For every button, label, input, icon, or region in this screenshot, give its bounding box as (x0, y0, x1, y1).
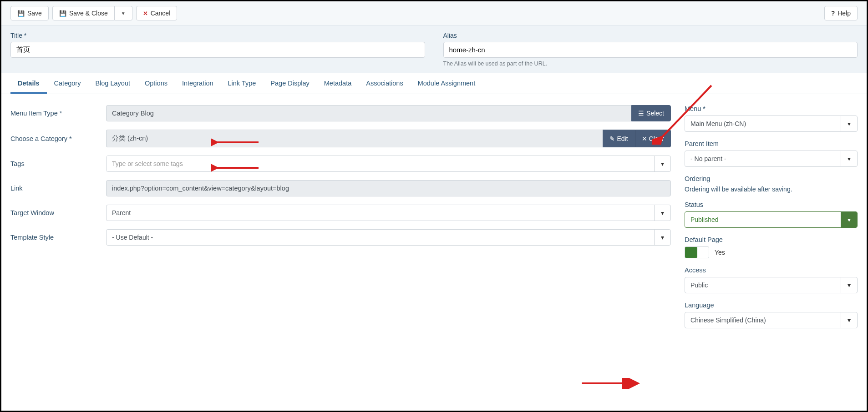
form-header: Title * Alias The Alias will be used as … (1, 25, 867, 73)
alias-label: Alias (443, 32, 858, 39)
title-label: Title * (10, 32, 425, 39)
clear-category-button[interactable]: ✕ Clear (635, 130, 671, 147)
tab-page-display[interactable]: Page Display (263, 74, 316, 94)
tags-label: Tags (10, 160, 106, 167)
chevron-down-icon: ▾ (654, 156, 670, 171)
tab-category[interactable]: Category (47, 74, 88, 94)
chevron-down-icon: ▾ (841, 116, 857, 131)
chevron-down-icon: ▾ (841, 277, 857, 293)
choose-category-value: 分类 (zh-cn) (106, 130, 603, 147)
access-select[interactable]: Public ▾ (685, 277, 858, 293)
target-window-select[interactable]: Parent ▾ (106, 205, 671, 221)
tags-select[interactable]: Type or select some tags ▾ (106, 156, 671, 172)
list-icon: ☰ (638, 110, 644, 117)
tags-row: Tags Type or select some tags ▾ (10, 156, 671, 172)
menu-item-type-label: Menu Item Type * (10, 110, 106, 117)
edit-icon: ✎ (609, 135, 615, 142)
save-close-label: Save & Close (69, 10, 108, 17)
ordering-label: Ordering (685, 175, 858, 182)
access-label: Access (685, 266, 858, 274)
help-button[interactable]: ? Help (824, 6, 858, 20)
alias-col: Alias The Alias will be used as part of … (443, 32, 858, 67)
target-window-row: Target Window Parent ▾ (10, 205, 671, 221)
select-label: Select (646, 110, 664, 117)
cancel-label: Cancel (151, 10, 171, 17)
cancel-icon: ✕ (143, 10, 148, 17)
tabs: Details Category Blog Layout Options Int… (1, 74, 867, 94)
menu-item-type-value: Category Blog (106, 105, 631, 121)
tab-integration[interactable]: Integration (175, 74, 221, 94)
tags-placeholder: Type or select some tags (107, 156, 654, 171)
access-value: Public (685, 277, 841, 293)
template-style-row: Template Style - Use Default - ▾ (10, 229, 671, 246)
menu-label: Menu * (685, 105, 858, 112)
save-label: Save (27, 10, 42, 17)
access-field: Access Public ▾ (685, 266, 858, 293)
chevron-down-icon: ▾ (841, 151, 857, 166)
menu-field: Menu * Main Menu (zh-CN) ▾ (685, 105, 858, 132)
annotation-arrow (579, 378, 643, 389)
choose-category-row: Choose a Category * 分类 (zh-cn) ✎ Edit ✕ … (10, 130, 671, 147)
save-close-group: 💾 Save & Close ▼ (52, 6, 132, 20)
chevron-down-icon: ▾ (841, 312, 857, 328)
status-label: Status (685, 201, 858, 208)
chevron-down-icon: ▾ (654, 205, 670, 221)
save-button[interactable]: 💾 Save (10, 6, 49, 20)
tab-blog-layout[interactable]: Blog Layout (88, 74, 137, 94)
link-row: Link index.php?option=com_content&view=c… (10, 180, 671, 196)
details-right-column: Menu * Main Menu (zh-CN) ▾ Parent Item -… (685, 105, 858, 337)
language-label: Language (685, 301, 858, 309)
parent-item-value: - No parent - (685, 151, 841, 166)
menu-item-type-row: Menu Item Type * Category Blog ☰ Select (10, 105, 671, 121)
menu-select[interactable]: Main Menu (zh-CN) ▾ (685, 116, 858, 132)
link-value: index.php?option=com_content&view=catego… (106, 180, 671, 196)
menu-value: Main Menu (zh-CN) (685, 116, 841, 131)
ordering-text: Ordering will be available after saving. (685, 186, 858, 193)
toggle-knob (685, 247, 697, 258)
language-value: Chinese Simplified (China) (685, 312, 841, 328)
alias-help-text: The Alias will be used as part of the UR… (443, 60, 858, 67)
edit-category-button[interactable]: ✎ Edit (603, 130, 635, 147)
chevron-down-icon: ▾ (654, 230, 670, 245)
status-field: Status Published ▾ (685, 201, 858, 228)
default-page-field: Default Page Yes (685, 236, 858, 258)
save-close-button[interactable]: 💾 Save & Close (52, 6, 115, 20)
default-page-label: Default Page (685, 236, 858, 243)
language-field: Language Chinese Simplified (China) ▾ (685, 301, 858, 328)
default-page-toggle[interactable] (685, 246, 709, 258)
status-select[interactable]: Published ▾ (685, 211, 858, 228)
edit-label: Edit (617, 135, 628, 142)
clear-label: Clear (649, 135, 664, 142)
save-close-dropdown-button[interactable]: ▼ (115, 6, 132, 20)
clear-icon: ✕ (642, 135, 647, 142)
target-window-label: Target Window (10, 209, 106, 216)
toolbar: 💾 Save 💾 Save & Close ▼ ✕ Cancel ? Help (1, 1, 867, 25)
cancel-button[interactable]: ✕ Cancel (136, 6, 178, 20)
select-type-button[interactable]: ☰ Select (631, 105, 671, 121)
parent-item-field: Parent Item - No parent - ▾ (685, 140, 858, 167)
parent-item-select[interactable]: - No parent - ▾ (685, 151, 858, 167)
chevron-down-icon: ▼ (121, 11, 126, 16)
tab-options[interactable]: Options (137, 74, 175, 94)
language-select[interactable]: Chinese Simplified (China) ▾ (685, 312, 858, 328)
tab-details[interactable]: Details (10, 74, 47, 94)
tab-module-assignment[interactable]: Module Assignment (411, 74, 483, 94)
save-icon: 💾 (17, 10, 25, 17)
main-body: Menu Item Type * Category Blog ☰ Select … (1, 94, 867, 347)
title-input[interactable] (10, 42, 425, 58)
help-label: Help (838, 10, 851, 17)
question-icon: ? (831, 10, 835, 17)
alias-input[interactable] (443, 42, 858, 58)
template-style-select[interactable]: - Use Default - ▾ (106, 229, 671, 246)
parent-item-label: Parent Item (685, 140, 858, 147)
tab-associations[interactable]: Associations (359, 74, 410, 94)
tab-metadata[interactable]: Metadata (317, 74, 359, 94)
template-style-label: Template Style (10, 234, 106, 241)
details-left-column: Menu Item Type * Category Blog ☰ Select … (10, 105, 671, 337)
target-window-value: Parent (107, 205, 654, 221)
tab-link-type[interactable]: Link Type (221, 74, 264, 94)
chevron-down-icon: ▾ (841, 212, 857, 227)
default-page-value: Yes (715, 249, 725, 256)
choose-category-label: Choose a Category * (10, 135, 106, 142)
link-label: Link (10, 185, 106, 192)
